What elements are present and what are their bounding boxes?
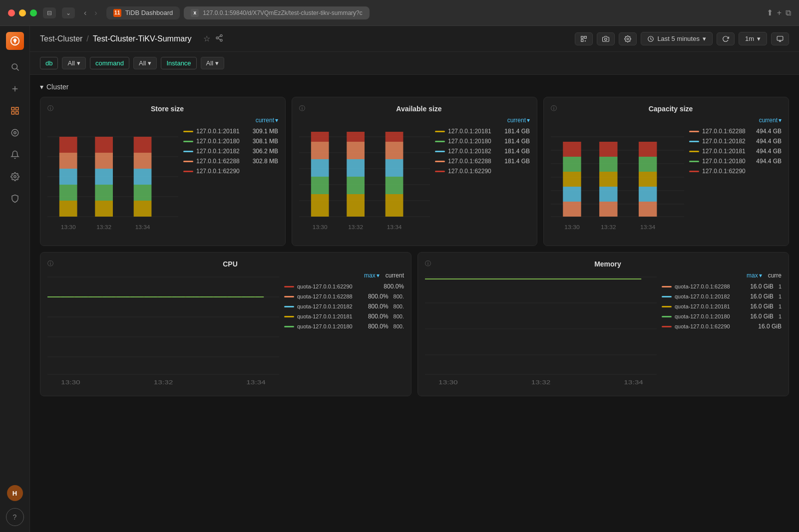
store-size-info-icon[interactable]: ⓘ [47, 104, 53, 113]
star-icon[interactable]: ☆ [203, 34, 210, 43]
forward-button[interactable]: › [91, 7, 100, 18]
camera-button[interactable] [597, 32, 615, 45]
store-size-header: ⓘ Store size [47, 104, 278, 113]
svg-rect-36 [59, 153, 77, 169]
tab-tidb-label: TiDB Dashboard [125, 9, 173, 16]
share-button[interactable]: ⬆ [767, 8, 773, 17]
svg-rect-33 [59, 201, 77, 217]
cpu-info-icon[interactable]: ⓘ [47, 260, 53, 268]
svg-rect-42 [95, 137, 113, 153]
refresh-button[interactable] [717, 32, 735, 45]
memory-chart-area: 0 B 4.66 GiB 9.31 GiB 14.0 GiB 18.6 GiB … [425, 272, 657, 389]
svg-rect-25 [777, 36, 783, 40]
sidebar: H ? [0, 26, 30, 532]
store-size-body: 0 B 500 MB 1 GB 1.50 GB 2 GB 13:30 13:32… [47, 117, 278, 239]
svg-rect-107 [639, 142, 657, 157]
memory-max-badge[interactable]: max ▾ [747, 272, 762, 279]
sidebar-item-search[interactable] [6, 58, 24, 76]
sidebar-item-explore[interactable] [6, 124, 24, 142]
memory-current-label: curre [768, 272, 782, 279]
capacity-size-info-icon[interactable]: ⓘ [551, 104, 557, 113]
cpu-svg: 0% 200% 400% 600% 800% 1000% 13:30 13:32… [47, 272, 279, 387]
add-panel-button[interactable] [575, 32, 593, 45]
sidebar-toggle[interactable]: ⊟ [43, 7, 56, 18]
legend-item-4: 127.0.0.1:62288 302.8 MB [183, 158, 278, 165]
svg-rect-103 [639, 202, 657, 217]
svg-rect-35 [59, 169, 77, 185]
svg-text:13:34: 13:34 [640, 225, 655, 230]
svg-rect-37 [59, 137, 77, 153]
mem-max-chevron-icon: ▾ [759, 272, 762, 279]
tab-url[interactable]: x 127.0.0.1:59840/d/X7VQmEzZk/test-clust… [184, 6, 369, 19]
sidebar-item-add[interactable] [6, 80, 24, 98]
svg-point-22 [605, 38, 607, 40]
command-filter-dropdown[interactable]: All ▾ [133, 57, 157, 69]
breadcrumb: Test-Cluster / Test-Cluster-TiKV-Summary [40, 34, 191, 43]
back-button[interactable]: ‹ [81, 7, 89, 18]
mem-legend-2: quota-127.0.0.1:20182 16.0 GiB 1 [662, 293, 782, 300]
memory-info-icon[interactable]: ⓘ [425, 260, 431, 268]
sidebar-item-settings[interactable] [6, 168, 24, 186]
breadcrumb-sep: / [86, 34, 88, 43]
svg-text:13:32: 13:32 [96, 225, 111, 230]
capacity-current-badge[interactable]: current ▾ [759, 117, 782, 124]
available-size-current-badge[interactable]: current ▾ [507, 117, 530, 124]
avail-chevron-icon: ▾ [527, 117, 530, 124]
svg-point-13 [216, 37, 218, 39]
bottom-charts-row: ⓘ CPU [40, 252, 789, 396]
store-size-legend: current ▾ 127.0.0.1:20181 309.1 MB [183, 117, 278, 239]
memory-legend: max ▾ curre quota-127.0.0.1:62288 [662, 272, 782, 389]
new-tab-button[interactable]: + [777, 8, 782, 17]
tab-url-label: 127.0.0.1:59840/d/X7VQmEzZk/test-cluster… [203, 9, 362, 16]
svg-point-1 [12, 64, 17, 69]
svg-rect-74 [386, 159, 403, 177]
available-size-info-icon[interactable]: ⓘ [299, 104, 305, 113]
tab-tidb[interactable]: 11 TiDB Dashboard [106, 6, 180, 19]
svg-text:13:30: 13:30 [564, 225, 579, 230]
svg-rect-73 [386, 177, 403, 194]
mem-legend-5: quota-127.0.0.1:62290 16.0 GiB [662, 323, 782, 330]
cpu-legend-5: quota-127.0.0.1:20180 800.0% 800. [284, 323, 404, 330]
user-avatar[interactable]: H [7, 485, 23, 501]
interval-selector[interactable]: 1m ▾ [739, 32, 767, 45]
help-button[interactable]: ? [6, 508, 24, 526]
cluster-section-header[interactable]: ▾ Cluster [40, 83, 789, 91]
settings-button[interactable] [619, 32, 637, 45]
windows-button[interactable]: ⧉ [786, 8, 791, 17]
maximize-button[interactable] [30, 9, 37, 16]
display-button[interactable] [771, 32, 789, 45]
main-content: Test-Cluster / Test-Cluster-TiKV-Summary… [30, 26, 799, 532]
share-icon[interactable] [215, 34, 223, 44]
cpu-header: ⓘ CPU [47, 260, 404, 268]
capacity-size-header: ⓘ Capacity size [551, 104, 782, 113]
legend-color-5 [183, 171, 193, 172]
chevron-down-icon2: ▾ [757, 35, 761, 42]
db-filter-value: All [67, 59, 74, 67]
cpu-current-label: current [386, 272, 404, 279]
sidebar-item-shield[interactable] [6, 190, 24, 208]
svg-rect-38 [95, 201, 113, 217]
layout-toggle[interactable]: ⌄ [62, 7, 75, 18]
sidebar-item-alerts[interactable] [6, 146, 24, 164]
sidebar-item-dashboard[interactable] [6, 102, 24, 120]
cpu-legend: max ▾ current quota-127.0.0.1:62290 [284, 272, 404, 389]
app-logo[interactable] [6, 32, 24, 50]
time-range-selector[interactable]: Last 5 minutes ▾ [641, 32, 713, 45]
cpu-max-badge[interactable]: max ▾ [364, 272, 380, 279]
svg-rect-104 [639, 187, 657, 202]
svg-rect-75 [386, 142, 403, 159]
window-chrome: ⊟ ⌄ ‹ › 11 TiDB Dashboard x 127.0.0.1:59… [0, 0, 799, 26]
instance-filter-dropdown[interactable]: All ▾ [201, 57, 224, 69]
cpu-card: ⓘ CPU [40, 252, 411, 396]
memory-title: Memory [434, 260, 782, 268]
close-button[interactable] [8, 9, 15, 16]
avail-legend-4: 127.0.0.1:62288 181.4 GB [435, 158, 530, 165]
window-actions: ⬆ + ⧉ [767, 8, 791, 17]
svg-rect-63 [311, 177, 329, 194]
db-filter-dropdown[interactable]: All ▾ [62, 57, 85, 69]
minimize-button[interactable] [19, 9, 26, 16]
svg-text:13:30: 13:30 [438, 380, 458, 386]
db-filter-label: db [40, 57, 58, 69]
svg-rect-105 [639, 172, 657, 187]
store-size-current-badge[interactable]: current ▾ [256, 117, 278, 124]
